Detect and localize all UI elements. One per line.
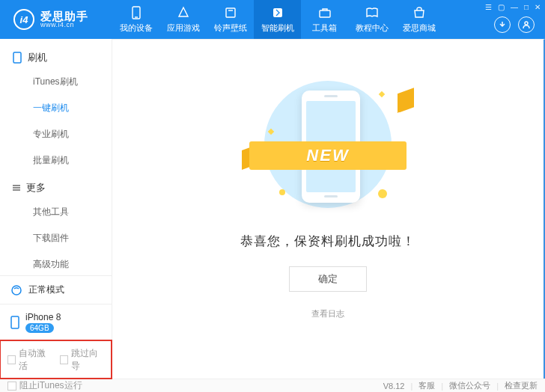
nav-store[interactable]: 爱思商城 [395, 0, 442, 39]
checkbox-label: 跳过向导 [71, 347, 104, 373]
nav-label: 爱思商城 [403, 22, 436, 34]
nav-toolbox[interactable]: 工具箱 [301, 0, 348, 39]
nav-label: 我的设备 [120, 22, 153, 34]
checkbox-label: 阻止iTunes运行 [19, 379, 82, 392]
nav-label: 铃声壁纸 [214, 22, 247, 34]
view-log-link[interactable]: 查看日志 [311, 308, 344, 319]
app-site: www.i4.cn [40, 22, 88, 28]
title-bar: i4 爱思助手 www.i4.cn 我的设备 应用游戏 铃声壁纸 智能刷机 工具… [0, 0, 545, 39]
maximize-icon[interactable]: □ [524, 3, 529, 11]
sidebar-item-advanced[interactable]: 高级功能 [0, 251, 112, 278]
nav-apps[interactable]: 应用游戏 [159, 0, 207, 39]
wechat-link[interactable]: 微信公众号 [449, 380, 490, 391]
section-label: 刷机 [28, 51, 47, 64]
device-storage-badge: 64GB [25, 323, 54, 333]
apps-icon [176, 6, 191, 19]
download-button[interactable] [494, 16, 511, 33]
svg-rect-2 [226, 8, 235, 17]
window-controls: ☰ ▢ — □ ✕ [485, 3, 541, 11]
device-mode[interactable]: 正常模式 [0, 275, 112, 304]
nav-label: 工具箱 [312, 22, 337, 34]
app-logo: i4 爱思助手 www.i4.cn [0, 9, 112, 30]
close-icon[interactable]: ✕ [535, 3, 541, 11]
version-label: V8.12 [383, 382, 405, 391]
nav-label: 教程中心 [356, 22, 389, 34]
svg-rect-11 [11, 316, 19, 328]
nav-tutorials[interactable]: 教程中心 [348, 0, 395, 39]
success-illustration: NEW [249, 77, 407, 212]
nav-flash[interactable]: 智能刷机 [254, 0, 301, 39]
music-icon [223, 6, 238, 19]
section-label: 更多 [26, 181, 46, 195]
logo-icon: i4 [13, 9, 34, 30]
book-icon [365, 6, 380, 19]
svg-point-10 [12, 286, 21, 295]
sidebar-item-itunes-flash[interactable]: iTunes刷机 [0, 69, 112, 95]
phone-icon [129, 6, 144, 19]
sidebar-item-pro-flash[interactable]: 专业刷机 [0, 121, 112, 147]
settings-icon[interactable]: ☰ [485, 3, 492, 11]
user-button[interactable] [518, 16, 535, 33]
svg-rect-4 [320, 10, 330, 17]
mode-label: 正常模式 [28, 284, 64, 296]
svg-rect-3 [273, 8, 282, 17]
nav-label: 智能刷机 [261, 22, 294, 34]
flash-icon [270, 6, 285, 19]
sidebar-section-more: 更多 [0, 174, 112, 199]
svg-rect-6 [13, 52, 21, 63]
svg-point-5 [525, 22, 528, 25]
store-icon [412, 6, 427, 19]
options-row: 自动激活 跳过向导 [0, 340, 112, 379]
device-name: iPhone 8 [25, 312, 61, 322]
sidebar-item-one-click-flash[interactable]: 一键刷机 [0, 95, 112, 121]
sidebar-item-download-fw[interactable]: 下载固件 [0, 225, 112, 251]
status-bar: 阻止iTunes运行 V8.12 | 客服 | 微信公众号 | 检查更新 [0, 379, 545, 392]
checkbox-auto-activate[interactable]: 自动激活 [7, 347, 52, 373]
main-content: NEW 恭喜您，保资料刷机成功啦！ 确定 查看日志 [112, 39, 545, 379]
support-link[interactable]: 客服 [418, 380, 435, 391]
toolbox-icon [317, 6, 332, 19]
nav-ringtones[interactable]: 铃声壁纸 [207, 0, 254, 39]
header-right [494, 16, 535, 33]
ok-button[interactable]: 确定 [289, 266, 367, 292]
ribbon-text: NEW [306, 146, 349, 165]
checkbox-skip-wizard[interactable]: 跳过向导 [60, 347, 105, 373]
skin-icon[interactable]: ▢ [498, 3, 505, 11]
sidebar-section-flash: 刷机 [0, 43, 112, 69]
minimize-icon[interactable]: — [511, 3, 518, 11]
nav-label: 应用游戏 [167, 22, 200, 34]
update-link[interactable]: 检查更新 [505, 380, 538, 391]
sidebar: 刷机 iTunes刷机 一键刷机 专业刷机 批量刷机 更多 其他工具 下载固件 … [0, 39, 112, 379]
sidebar-item-other-tools[interactable]: 其他工具 [0, 199, 112, 225]
app-name: 爱思助手 [40, 10, 88, 22]
success-message: 恭喜您，保资料刷机成功啦！ [240, 233, 415, 250]
nav-my-device[interactable]: 我的设备 [112, 0, 159, 39]
checkbox-label: 自动激活 [19, 347, 52, 373]
sidebar-item-batch-flash[interactable]: 批量刷机 [0, 147, 112, 174]
device-info[interactable]: iPhone 8 64GB [0, 304, 112, 340]
top-nav: 我的设备 应用游戏 铃声壁纸 智能刷机 工具箱 教程中心 爱思商城 [112, 0, 442, 39]
checkbox-block-itunes[interactable]: 阻止iTunes运行 [7, 379, 82, 392]
